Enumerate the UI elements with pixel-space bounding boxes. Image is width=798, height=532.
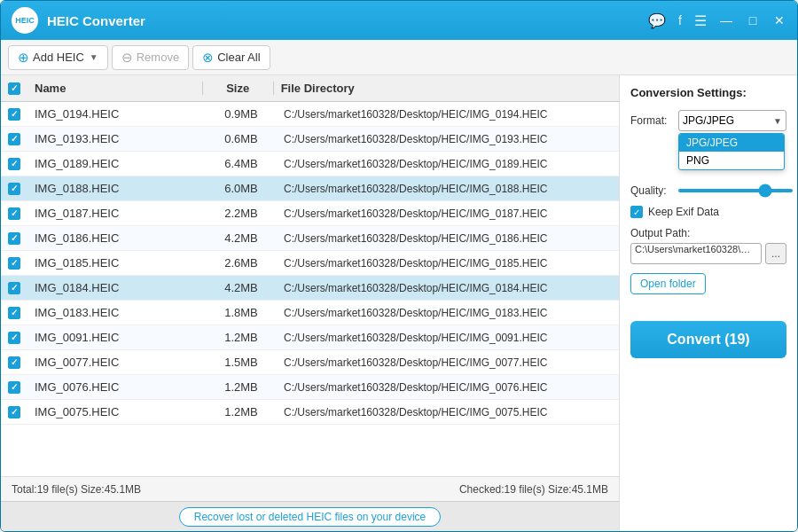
browse-button[interactable]: ... [765,243,786,264]
row-size: 2.2MB [206,207,277,220]
row-dir: C:/Users/market160328/Desktop/HEIC/IMG_0… [277,257,619,270]
output-path-section: Output Path: C:\Users\market160328\Docu … [630,227,786,264]
add-heic-button[interactable]: ⊕ Add HEIC ▼ [8,45,108,70]
table-row[interactable]: IMG_0193.HEIC 0.6MB C:/Users/market16032… [1,127,619,152]
row-dir: C:/Users/market160328/Desktop/HEIC/IMG_0… [277,108,619,121]
row-name: IMG_0193.HEIC [27,132,206,145]
row-dir: C:/Users/market160328/Desktop/HEIC/IMG_0… [277,232,619,245]
keep-exif-checkbox[interactable] [630,206,643,218]
format-label: Format: [630,114,673,127]
table-row[interactable]: IMG_0091.HEIC 1.2MB C:/Users/market16032… [1,325,619,350]
row-dir: C:/Users/market160328/Desktop/HEIC/IMG_0… [277,307,619,319]
row-checkbox[interactable] [1,356,27,369]
row-checkbox[interactable] [1,381,27,394]
output-path-input[interactable]: C:\Users\market160328\Docu [630,243,762,264]
select-all-checkbox[interactable] [8,82,20,95]
row-dir: C:/Users/market160328/Desktop/HEIC/IMG_0… [277,183,619,195]
row-dir: C:/Users/market160328/Desktop/HEIC/IMG_0… [277,381,619,394]
clear-icon: ⊗ [202,50,214,66]
header-size: Size [203,82,274,95]
row-size: 4.2MB [206,281,277,294]
row-dir: C:/Users/market160328/Desktop/HEIC/IMG_0… [277,332,619,344]
row-checkbox[interactable] [1,158,27,170]
row-checkbox[interactable] [1,232,27,245]
table-row[interactable]: IMG_0076.HEIC 1.2MB C:/Users/market16032… [1,375,619,400]
format-row: Format: JPG/JPEG ▼ JPG/JPEG PNG [630,110,786,131]
recover-link[interactable]: Recover lost or deleted HEIC files on yo… [179,507,441,527]
table-row[interactable]: IMG_0184.HEIC 4.2MB C:/Users/market16032… [1,276,619,301]
row-checkbox[interactable] [1,406,27,419]
row-size: 0.6MB [206,132,277,145]
maximize-button[interactable]: □ [746,13,760,27]
row-dir: C:/Users/market160328/Desktop/HEIC/IMG_0… [277,406,619,419]
remove-button[interactable]: ⊖ Remove [112,45,189,70]
output-path-label: Output Path: [630,227,786,239]
quality-slider[interactable] [678,189,793,192]
convert-button[interactable]: Convert (19) [630,321,786,358]
row-size: 2.6MB [206,256,277,270]
row-size: 6.4MB [206,157,277,170]
output-path-row: C:\Users\market160328\Docu ... [630,243,786,264]
total-status: Total:19 file(s) Size:45.1MB [12,483,141,496]
row-checkbox[interactable] [1,307,27,319]
row-checkbox[interactable] [1,282,27,294]
row-name: IMG_0194.HEIC [27,107,206,121]
table-row[interactable]: IMG_0183.HEIC 1.8MB C:/Users/market16032… [1,301,619,325]
keep-exif-row[interactable]: Keep Exif Data [630,206,786,218]
row-name: IMG_0184.HEIC [27,281,206,294]
row-size: 1.5MB [206,356,277,369]
table-row[interactable]: IMG_0186.HEIC 4.2MB C:/Users/market16032… [1,226,619,251]
row-name: IMG_0189.HEIC [27,157,206,170]
main-content: Name Size File Directory IMG_0194.HEIC 0… [1,75,797,531]
toolbar: ⊕ Add HEIC ▼ ⊖ Remove ⊗ Clear All [1,40,797,75]
open-folder-button[interactable]: Open folder [630,273,706,294]
chat-icon[interactable]: 💬 [648,12,666,29]
row-checkbox[interactable] [1,133,27,145]
header-check[interactable] [1,82,27,95]
row-checkbox[interactable] [1,108,27,121]
minimize-button[interactable]: — [719,13,733,27]
format-dropdown-list: JPG/JPEG PNG [678,133,785,170]
file-table-body[interactable]: IMG_0194.HEIC 0.9MB C:/Users/market16032… [1,102,619,476]
row-name: IMG_0183.HEIC [27,306,206,319]
app-logo: HEIC [12,7,38,34]
format-option-jpg[interactable]: JPG/JPEG [679,134,784,152]
row-dir: C:/Users/market160328/Desktop/HEIC/IMG_0… [277,356,619,369]
table-row[interactable]: IMG_0077.HEIC 1.5MB C:/Users/market16032… [1,350,619,375]
format-dropdown-wrapper: JPG/JPEG ▼ JPG/JPEG PNG [678,110,786,131]
row-size: 4.2MB [206,231,277,245]
table-row[interactable]: IMG_0194.HEIC 0.9MB C:/Users/market16032… [1,102,619,127]
keep-exif-label: Keep Exif Data [648,206,719,218]
row-size: 6.0MB [206,182,277,195]
app-title: HEIC Converter [47,13,648,28]
clear-all-button[interactable]: ⊗ Clear All [192,45,270,70]
footer-bar: Recover lost or deleted HEIC files on yo… [1,501,619,531]
table-row[interactable]: IMG_0075.HEIC 1.2MB C:/Users/market16032… [1,400,619,425]
row-name: IMG_0186.HEIC [27,231,206,245]
row-checkbox[interactable] [1,183,27,195]
row-checkbox[interactable] [1,207,27,220]
row-size: 1.2MB [206,380,277,394]
settings-title: Conversion Settings: [630,86,786,99]
facebook-icon[interactable]: f [678,13,682,27]
row-dir: C:/Users/market160328/Desktop/HEIC/IMG_0… [277,207,619,220]
quality-row: Quality: [630,184,786,197]
row-dir: C:/Users/market160328/Desktop/HEIC/IMG_0… [277,158,619,170]
table-row[interactable]: IMG_0188.HEIC 6.0MB C:/Users/market16032… [1,176,619,201]
settings-panel: Conversion Settings: Format: JPG/JPEG ▼ … [620,75,797,531]
remove-icon: ⊖ [121,50,133,66]
table-row[interactable]: IMG_0185.HEIC 2.6MB C:/Users/market16032… [1,251,619,276]
row-checkbox[interactable] [1,257,27,270]
row-size: 0.9MB [206,107,277,121]
format-dropdown-btn[interactable]: JPG/JPEG ▼ [678,110,786,131]
close-button[interactable]: ✕ [772,13,786,27]
row-checkbox[interactable] [1,332,27,344]
table-header: Name Size File Directory [1,75,619,102]
add-dropdown-arrow[interactable]: ▼ [90,52,98,62]
format-dropdown-arrow-icon: ▼ [773,116,782,126]
table-row[interactable]: IMG_0189.HEIC 6.4MB C:/Users/market16032… [1,152,619,176]
menu-icon[interactable]: ☰ [694,12,707,29]
format-option-png[interactable]: PNG [679,152,784,169]
table-row[interactable]: IMG_0187.HEIC 2.2MB C:/Users/market16032… [1,201,619,226]
row-name: IMG_0091.HEIC [27,331,206,344]
